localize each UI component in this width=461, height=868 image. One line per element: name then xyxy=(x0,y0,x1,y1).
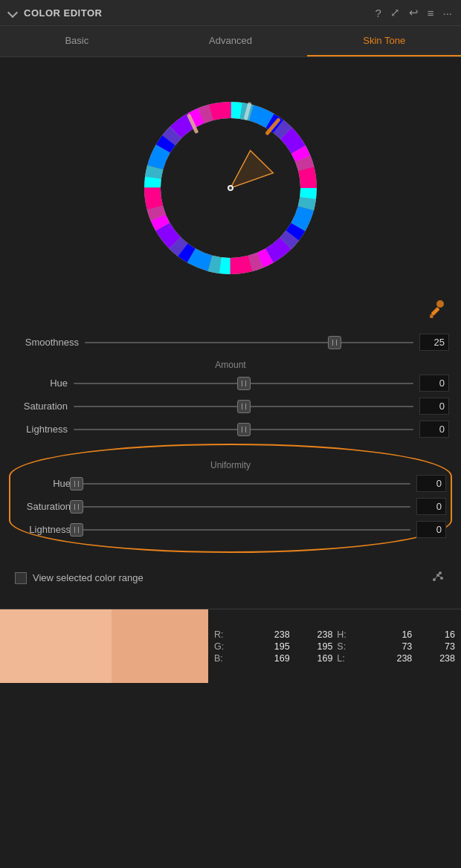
amount-hue-thumb[interactable] xyxy=(237,377,251,390)
header-title-area: COLOR EDITOR xyxy=(9,7,102,19)
uniformity-hue-track xyxy=(77,483,410,485)
smoothness-thumb[interactable] xyxy=(328,336,341,349)
app-title: COLOR EDITOR xyxy=(24,7,102,19)
amount-lightness-track xyxy=(74,429,413,430)
amount-lightness-value[interactable]: 0 xyxy=(419,421,449,438)
checkbox-label: View selected color range xyxy=(33,572,144,583)
amount-section-label: Amount xyxy=(12,360,449,370)
amount-saturation-track xyxy=(74,406,413,407)
g-label: G: xyxy=(214,641,247,652)
amount-hue-row: Hue 0 xyxy=(12,375,449,392)
swatch-left xyxy=(0,609,112,683)
uniformity-lightness-value[interactable]: 0 xyxy=(416,521,446,538)
uniformity-saturation-thumb[interactable] xyxy=(70,500,83,514)
uniformity-saturation-label: Saturation xyxy=(15,501,71,512)
tab-basic[interactable]: Basic xyxy=(0,26,154,56)
more-icon[interactable]: ··· xyxy=(442,7,452,19)
b-val1: 169 xyxy=(251,653,290,664)
smoothness-label: Smoothness xyxy=(12,337,79,348)
main-content: Smoothness 25 Amount Hue 0 Saturation xyxy=(0,57,461,606)
h-val1: 16 xyxy=(374,629,413,640)
undo-icon[interactable]: ↩ xyxy=(409,6,419,19)
menu-icon[interactable]: ≡ xyxy=(428,7,434,19)
uniformity-hue-value[interactable]: 0 xyxy=(416,475,446,492)
uniformity-hue-row: Hue 0 xyxy=(15,475,446,492)
smoothness-section: Smoothness 25 xyxy=(12,334,449,351)
uniformity-hue-slider[interactable] xyxy=(77,476,410,491)
uniformity-lightness-label: Lightness xyxy=(15,524,71,535)
b-label: B: xyxy=(214,653,247,664)
s-val2: 73 xyxy=(416,641,455,652)
chevron-down-icon[interactable] xyxy=(7,7,18,18)
r-label: R: xyxy=(214,629,247,640)
svg-point-28 xyxy=(436,300,444,308)
uniformity-hue-label: Hue xyxy=(15,478,71,489)
resize-icon[interactable]: ⤢ xyxy=(390,6,400,19)
h-label: H: xyxy=(337,629,369,640)
amount-section: Hue 0 Saturation 0 Lightness xyxy=(12,375,449,438)
color-wheel-section xyxy=(12,69,449,299)
help-icon[interactable]: ? xyxy=(375,7,381,19)
swatch-middle xyxy=(112,609,208,683)
r-val2: 238 xyxy=(294,629,333,640)
uniformity-saturation-track xyxy=(77,506,410,508)
header-icons: ? ⤢ ↩ ≡ ··· xyxy=(375,6,452,19)
swatch-info-grid: R: 238 238 H: 16 16 G: 195 195 S: 73 73 … xyxy=(214,629,455,664)
header: COLOR EDITOR ? ⤢ ↩ ≡ ··· xyxy=(0,0,461,26)
s-label: S: xyxy=(337,641,369,652)
color-swatches: R: 238 238 H: 16 16 G: 195 195 S: 73 73 … xyxy=(0,609,461,683)
uniformity-lightness-row: Lightness 0 xyxy=(15,521,446,538)
r-val1: 238 xyxy=(251,629,290,640)
uniformity-sliders: Hue 0 Saturation 0 Lightness xyxy=(15,475,446,538)
amount-hue-track xyxy=(74,383,413,384)
amount-lightness-label: Lightness xyxy=(12,424,68,435)
amount-saturation-value[interactable]: 0 xyxy=(419,398,449,415)
tab-advanced[interactable]: Advanced xyxy=(154,26,308,56)
swatch-info: R: 238 238 H: 16 16 G: 195 195 S: 73 73 … xyxy=(208,609,461,683)
uniformity-saturation-slider[interactable] xyxy=(77,499,410,514)
svg-point-31 xyxy=(431,315,433,318)
amount-saturation-slider[interactable] xyxy=(74,399,413,414)
uniformity-lightness-track xyxy=(77,529,410,531)
dropper-icon[interactable] xyxy=(425,299,446,325)
smoothness-track xyxy=(85,342,413,343)
checkbox-row: View selected color range xyxy=(12,559,449,594)
smoothness-value[interactable]: 25 xyxy=(419,334,449,351)
g-val1: 195 xyxy=(251,641,290,652)
amount-saturation-thumb[interactable] xyxy=(237,400,251,413)
svg-line-37 xyxy=(438,575,442,578)
amount-saturation-label: Saturation xyxy=(12,401,68,412)
s-val1: 73 xyxy=(374,641,413,652)
amount-lightness-slider[interactable] xyxy=(74,422,413,437)
uniformity-saturation-value[interactable]: 0 xyxy=(416,498,446,515)
amount-lightness-thumb[interactable] xyxy=(237,423,251,436)
uniformity-lightness-slider[interactable] xyxy=(77,522,410,537)
l-val2: 238 xyxy=(416,653,455,664)
g-val2: 195 xyxy=(294,641,333,652)
uniformity-lightness-thumb[interactable] xyxy=(70,523,83,537)
smoothness-row: Smoothness 25 xyxy=(12,334,449,351)
b-val2: 169 xyxy=(294,653,333,664)
h-val2: 16 xyxy=(416,629,455,640)
uniformity-section: Uniformity Hue 0 Saturation 0 xyxy=(9,444,452,553)
dropper-area xyxy=(12,299,449,331)
svg-line-36 xyxy=(434,575,438,580)
tab-skin-tone[interactable]: Skin Tone xyxy=(307,26,461,56)
view-color-range-checkbox[interactable] xyxy=(15,572,27,584)
color-wheel-svg[interactable] xyxy=(126,84,335,292)
tab-bar: Basic Advanced Skin Tone xyxy=(0,26,461,57)
l-label: L: xyxy=(337,653,369,664)
amount-hue-label: Hue xyxy=(12,378,68,389)
amount-hue-slider[interactable] xyxy=(74,376,413,391)
color-wheel-container[interactable] xyxy=(126,84,335,292)
uniformity-saturation-row: Saturation 0 xyxy=(15,498,446,515)
l-val1: 238 xyxy=(374,653,413,664)
amount-lightness-row: Lightness 0 xyxy=(12,421,449,438)
uniformity-section-label: Uniformity xyxy=(15,460,446,470)
smoothness-slider[interactable] xyxy=(85,335,413,350)
amount-hue-value[interactable]: 0 xyxy=(419,375,449,392)
scatter-icon[interactable] xyxy=(430,568,446,588)
amount-saturation-row: Saturation 0 xyxy=(12,398,449,415)
uniformity-hue-thumb[interactable] xyxy=(70,477,83,490)
